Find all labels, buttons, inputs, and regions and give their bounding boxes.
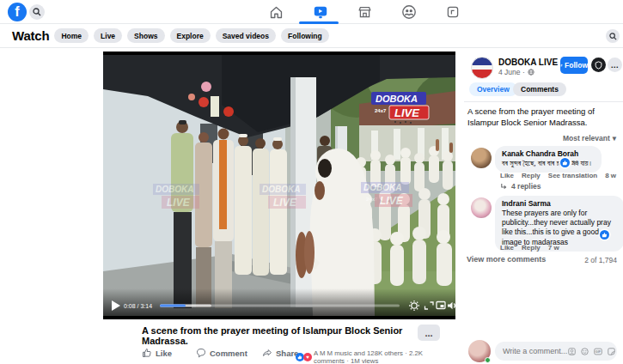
share-button[interactable]: Share [262,348,298,358]
comment-bubble: Kanak Chandra Borah বৰ সুন্দৰ হৈছে, বাৰ … [495,146,602,173]
svg-text:DOBOKA: DOBOKA [262,185,300,194]
groups-icon[interactable] [394,1,424,23]
svg-text:24x7: 24x7 [375,108,387,113]
moderation-shield-icon[interactable] [591,58,606,72]
comment-reactions[interactable] [600,230,609,240]
comment-pagination: 2 of 1,794 [584,256,617,264]
video-description: A scene from the prayer meeting of Islam… [467,106,619,129]
post-more-button[interactable]: ... [418,325,440,341]
like-button[interactable]: Like [142,348,172,358]
comment-meta: Like Reply 7 w [500,244,559,252]
reply-arrow-icon [500,183,508,191]
video-controls-gradient [103,288,455,316]
online-status-dot [485,357,491,363]
follow-label: Follow [565,61,588,70]
video-timestamp: 0:08 / 3:14 [124,303,152,309]
view-replies-button[interactable]: 4 replies [500,182,541,191]
gif-icon[interactable]: GIF [594,348,602,355]
avatar[interactable] [471,148,492,168]
comment-timestamp: 7 w [548,244,559,252]
main-navigation [261,0,467,24]
svg-text:LIVE: LIVE [394,106,419,119]
like-reaction-icon [560,158,570,167]
share-arrow-icon [262,348,272,358]
svg-text:LIVE: LIVE [380,195,404,207]
like-thumb-icon [142,348,152,358]
page-name[interactable]: DOBOKA LIVE [498,58,558,67]
post-date-text: 4 June · [498,68,525,76]
comment-author[interactable]: Indrani Sarma [502,199,617,209]
globe-icon [528,69,534,76]
post-date: 4 June · [498,68,534,76]
comment-sort-dropdown[interactable]: Most relevant ▾ [563,134,616,143]
watch-tab-shows[interactable]: Shows [127,28,164,43]
tab-comments[interactable]: Comments [513,82,566,96]
like-reaction-icon [600,230,609,240]
view-more-comments-button[interactable]: View more comments [467,255,546,264]
comment-button[interactable]: Comment [196,348,247,358]
love-reaction-icon: ♥ [303,353,312,361]
comment-timestamp: 8 w [605,172,616,179]
comment-like-button[interactable]: Like [500,244,514,252]
svg-text:DOBOKA: DOBOKA [156,185,193,194]
page-more-button[interactable]: ... [608,58,622,72]
tab-overview[interactable]: Overview [469,82,517,96]
avatar[interactable] [471,197,492,218]
see-translation-button[interactable]: See translation [548,172,597,179]
marketplace-icon[interactable] [350,1,379,23]
watch-tab-saved-videos[interactable]: Saved videos [216,28,276,43]
comment-composer[interactable]: GIF [495,342,617,361]
sticker-icon[interactable] [608,348,615,355]
emoji-icon[interactable] [581,348,589,355]
svg-text:LIVE: LIVE [273,197,297,209]
watch-navigation: Watch Home Live Shows Explore Saved vide… [0,24,623,48]
top-bar: f [0,0,623,24]
emoji-avatar-icon[interactable] [568,348,576,355]
svg-text:DOBOKA: DOBOKA [376,94,418,104]
comment-like-button[interactable]: Like [500,172,514,179]
reaction-summary-text: A M M music and 128K others · 2.2K comme… [314,349,455,364]
like-label: Like [156,349,172,358]
page-avatar[interactable] [471,57,493,79]
svg-text:DOBOKA: DOBOKA [363,183,401,192]
watch-tab-live[interactable]: Live [94,28,122,43]
watch-page-title: Watch [12,28,49,43]
home-icon[interactable] [261,1,290,23]
watch-tab-following[interactable]: Following [281,28,329,43]
watch-icon[interactable] [306,1,335,23]
video-title: A scene from the prayer meeting of Islam… [142,325,412,346]
reaction-count: 26 [571,159,578,167]
comment-text: বৰ সুন্দৰ হৈছে, বাৰ বাৰ চাবলৈ মন যায়। [502,159,595,168]
comment-reply-button[interactable]: Reply [522,172,541,179]
video-player[interactable]: DOBOKA LIVE DOBOKA LIVE DOBOKA 24x7 LIVE… [103,52,455,319]
comment-reactions[interactable]: 26 [560,158,578,167]
watch-search-icon[interactable] [606,29,620,43]
comment-reply-button[interactable]: Reply [522,244,541,252]
watch-tab-explore[interactable]: Explore [170,28,211,43]
sidebar: DOBOKA LIVE 4 June · Follow ... Overview… [464,48,623,364]
chevron-down-icon: ▾ [613,134,616,143]
replies-label: 4 replies [511,182,541,191]
divider [464,101,623,102]
video-progress-bar[interactable] [160,305,400,307]
svg-text:LIVE: LIVE [167,197,191,209]
comment-input[interactable] [503,347,568,355]
gaming-icon[interactable] [438,1,467,23]
watch-tab-home[interactable]: Home [54,28,89,43]
svg-text:GIF: GIF [596,350,602,354]
comment-text: These prayers are only for publicity...t… [502,209,617,247]
video-scene: DOBOKA LIVE DOBOKA LIVE DOBOKA 24x7 LIVE… [103,55,455,316]
comment-label: Comment [210,349,247,358]
follow-person-icon [560,62,563,69]
follow-button[interactable]: Follow [560,57,588,74]
facebook-logo[interactable]: f [8,3,27,21]
comment-author[interactable]: Kanak Chandra Borah [502,149,595,159]
sort-label: Most relevant [563,134,610,143]
comment-meta: Like Reply See translation 8 w [500,172,616,179]
reaction-summary[interactable]: ♥ A M M music and 128K others · 2.2K com… [296,349,455,364]
comment-bubble-icon [196,348,206,358]
search-icon[interactable] [29,4,45,20]
